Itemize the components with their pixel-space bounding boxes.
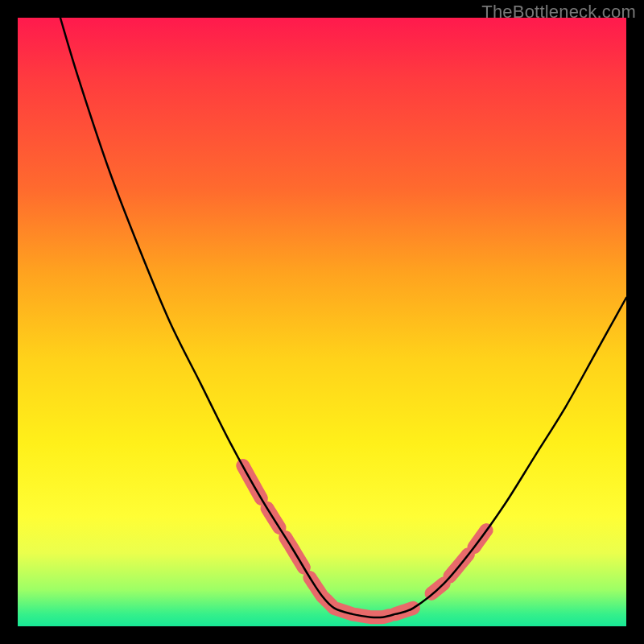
highlight-layer xyxy=(243,465,486,617)
bottleneck-curve xyxy=(60,18,626,617)
plot-area xyxy=(18,18,626,626)
highlight-segment xyxy=(310,578,389,617)
watermark-text: TheBottleneck.com xyxy=(481,2,636,23)
chart-frame: TheBottleneck.com xyxy=(0,0,644,644)
chart-svg xyxy=(18,18,626,626)
